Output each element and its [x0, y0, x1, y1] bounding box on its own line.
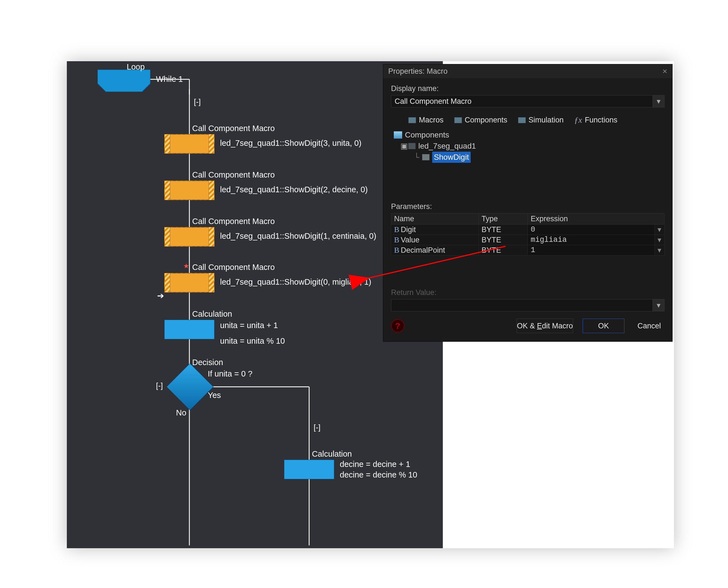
- macro4-block[interactable]: [164, 273, 215, 292]
- display-name-input[interactable]: [391, 95, 653, 107]
- param-row-decimalpoint[interactable]: BDecimalPoint BYTE 1 ▾: [391, 245, 665, 255]
- tab-simulation[interactable]: Simulation: [518, 116, 564, 124]
- macro2-block[interactable]: [164, 181, 215, 200]
- macro1-block[interactable]: [164, 134, 215, 154]
- tree-collapse-icon[interactable]: ▣: [401, 141, 405, 152]
- macro1-expression: led_7seg_quad1::ShowDigit(3, unita, 0): [220, 139, 362, 148]
- source-tabs: Macros Components Simulation ƒx Function…: [408, 116, 665, 124]
- help-button[interactable]: ?: [391, 319, 404, 333]
- param-dropdown-value[interactable]: ▾: [655, 235, 665, 245]
- parameters-table: Name Type Expression BDigit BYTE 0 ▾ BVa…: [391, 213, 665, 255]
- breakpoint-star-icon: ★: [183, 262, 189, 270]
- component-tree[interactable]: Components ▣ led_7seg_quad1 └ ShowDigit: [394, 129, 665, 163]
- method-icon: [422, 154, 429, 160]
- loop-condition: While 1: [156, 75, 183, 84]
- param-header-type: Type: [479, 213, 528, 225]
- folder-icon: [408, 143, 416, 149]
- return-value-input: [391, 299, 653, 311]
- macro1-title: Call Component Macro: [192, 124, 275, 133]
- param-header-row: Name Type Expression: [391, 213, 665, 225]
- param-dropdown-digit[interactable]: ▾: [655, 225, 665, 235]
- param-dropdown-decimalpoint[interactable]: ▾: [655, 245, 665, 255]
- param-row-digit[interactable]: BDigit BYTE 0 ▾: [391, 225, 665, 235]
- macro3-title: Call Component Macro: [192, 217, 275, 226]
- return-value-label: Return Value:: [391, 288, 665, 297]
- calc2-title: Calculation: [312, 449, 352, 459]
- svg-marker-5: [98, 69, 150, 92]
- decision-yes: Yes: [208, 391, 221, 400]
- functions-icon: ƒx: [574, 117, 582, 123]
- param-header-name: Name: [391, 213, 479, 225]
- loop-block[interactable]: [98, 69, 150, 92]
- param-expr-decimalpoint[interactable]: 1: [528, 245, 655, 255]
- tree-leaf-showdigit[interactable]: └ ShowDigit: [394, 152, 665, 163]
- close-icon[interactable]: ×: [662, 66, 667, 76]
- calc2-line2: decine = decine % 10: [340, 470, 417, 480]
- display-name-dropdown[interactable]: ▾: [653, 95, 665, 107]
- tree-node-led7seg[interactable]: ▣ led_7seg_quad1: [394, 141, 665, 152]
- current-step-arrow-icon: ➔: [157, 291, 164, 300]
- param-expr-value[interactable]: migliaia: [528, 235, 655, 245]
- ok-edit-macro-button[interactable]: OK & Edit Macro: [517, 319, 573, 333]
- loop-label: Loop: [127, 62, 145, 71]
- properties-dialog: Properties: Macro × Display name: ▾ Macr…: [383, 64, 672, 342]
- param-expr-digit[interactable]: 0: [528, 225, 655, 235]
- simulation-icon: [518, 117, 526, 123]
- calc1-line1: unita = unita + 1: [220, 321, 278, 330]
- macro2-title: Call Component Macro: [192, 170, 275, 180]
- macro2-expression: led_7seg_quad1::ShowDigit(2, decine, 0): [220, 185, 368, 194]
- macro4-expression: led_7seg_quad1::ShowDigit(0, migliaia, 1…: [220, 277, 371, 287]
- collapse-toggle[interactable]: [-]: [194, 98, 201, 106]
- tab-components[interactable]: Components: [454, 116, 507, 124]
- decision-no: No: [176, 408, 186, 417]
- calc2-line1: decine = decine + 1: [340, 460, 410, 469]
- calc1-title: Calculation: [192, 310, 232, 319]
- tab-macros[interactable]: Macros: [408, 116, 444, 124]
- parameters-label: Parameters:: [391, 202, 665, 211]
- display-name-label: Display name:: [391, 84, 665, 93]
- decision-collapse-left[interactable]: [-]: [156, 381, 163, 390]
- return-value-dropdown[interactable]: ▾: [653, 299, 665, 311]
- macro3-expression: led_7seg_quad1::ShowDigit(1, centinaia, …: [220, 232, 376, 241]
- calc1-line2: unita = unita % 10: [220, 336, 285, 345]
- decision-collapse-right[interactable]: [-]: [314, 423, 321, 432]
- macro3-block[interactable]: [164, 227, 215, 247]
- ok-button[interactable]: OK: [583, 319, 624, 333]
- decision-condition: If unita = 0 ?: [208, 369, 252, 378]
- dialog-title: Properties: Macro: [388, 67, 448, 76]
- calc2-block[interactable]: [284, 460, 334, 479]
- calc1-block[interactable]: [164, 320, 215, 339]
- param-header-expr: Expression: [528, 213, 665, 225]
- macros-icon: [408, 117, 416, 123]
- components-icon: [454, 117, 462, 123]
- param-row-value[interactable]: BValue BYTE migliaia ▾: [391, 235, 665, 245]
- decision-title: Decision: [192, 358, 223, 367]
- macro4-title: Call Component Macro: [192, 263, 275, 272]
- decision-block[interactable]: [166, 363, 214, 411]
- dialog-titlebar[interactable]: Properties: Macro ×: [383, 64, 672, 78]
- tree-root[interactable]: Components: [394, 129, 665, 141]
- components-root-icon: [394, 131, 402, 139]
- tab-functions[interactable]: ƒx Functions: [574, 116, 618, 124]
- cancel-button[interactable]: Cancel: [634, 319, 665, 333]
